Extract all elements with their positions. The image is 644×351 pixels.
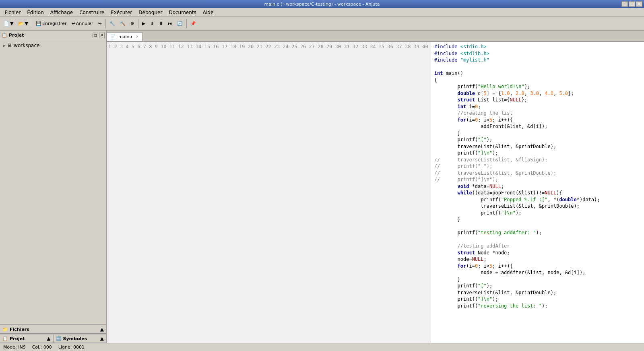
- files-panel-label: 📁 Fichiers: [2, 327, 29, 332]
- tree-item-label: workspace: [14, 43, 39, 48]
- status-line: Ligne: 0001: [58, 345, 85, 350]
- undo-button[interactable]: ↩ Annuler: [70, 19, 95, 29]
- menu-edition[interactable]: Édition: [24, 9, 47, 16]
- debug-icon3: 🔄: [177, 21, 183, 26]
- projet-panel-header[interactable]: 📋 Projet ▲: [0, 334, 54, 343]
- sidebar: 📋 Projet □ ✕ ▶ 🖥 workspace 📁 Fichiers ▲: [0, 31, 107, 343]
- sep3: [138, 19, 138, 28]
- symboles-arrow: ▲: [100, 336, 104, 341]
- sidebar-header: 📋 Projet □ ✕: [0, 31, 106, 40]
- undo-icon: ↩: [72, 21, 75, 26]
- menu-aide[interactable]: Aide: [200, 9, 217, 16]
- new-arrow: ▼: [10, 21, 13, 26]
- debug-btn3[interactable]: 🔄: [175, 19, 185, 29]
- open-button[interactable]: 📂 ▼: [16, 19, 30, 29]
- run-button[interactable]: ▶: [140, 19, 147, 29]
- build-icon2: 🔨: [120, 21, 126, 26]
- files-collapse-arrow: ▲: [100, 326, 104, 332]
- new-button[interactable]: 📄 ▼: [2, 19, 15, 29]
- build-btn3[interactable]: ⚙: [128, 19, 136, 29]
- open-icon: 📂: [18, 21, 24, 26]
- sep2: [105, 19, 106, 28]
- menu-affichage[interactable]: Affichage: [47, 9, 76, 16]
- tab-close-btn[interactable]: ✕: [136, 35, 139, 39]
- download-button[interactable]: ⬇: [148, 19, 156, 29]
- workspace-icon: 🖥: [7, 43, 12, 48]
- menu-executer[interactable]: Exécuter: [107, 9, 135, 16]
- status-bar: Mode: INS Col.: 000 Ligne: 0001: [0, 343, 644, 351]
- debug-icon1: ⏸: [159, 21, 163, 26]
- save-label: Enregistrer: [42, 21, 67, 26]
- save-icon: 💾: [36, 21, 41, 26]
- build-btn2[interactable]: 🔨: [118, 19, 128, 29]
- status-mode: Mode: INS: [3, 345, 26, 350]
- files-icon: 📁: [2, 327, 8, 332]
- minimize-button[interactable]: _: [621, 1, 628, 7]
- toolbar: 📄 ▼ 📂 ▼ 💾 Enregistrer ↩ Annuler ↪ 🔧 🔨 ⚙ …: [0, 17, 644, 31]
- redo-icon: ↪: [98, 21, 102, 26]
- main-layout: 📋 Projet □ ✕ ▶ 🖥 workspace 📁 Fichiers ▲: [0, 31, 644, 343]
- maximize-button[interactable]: □: [629, 1, 635, 7]
- code-editor[interactable]: 1 2 3 4 5 6 7 8 9 10 11 12 13 14 15 16 1…: [107, 42, 644, 343]
- build-icon1: 🔧: [109, 21, 115, 26]
- menu-construire[interactable]: Construire: [76, 9, 107, 16]
- project-tree: ▶ 🖥 workspace: [0, 40, 106, 324]
- menu-deboquer[interactable]: Déboguer: [135, 9, 165, 16]
- debug-btn2[interactable]: ⏭: [166, 19, 174, 29]
- tab-bar: 📄 main.c ✕: [107, 31, 644, 42]
- symboles-panel-header[interactable]: 🔤 Symboles ▲: [54, 334, 107, 343]
- title-bar-buttons: _ □ ✕: [621, 1, 642, 7]
- new-icon: 📄: [4, 21, 9, 26]
- project-icon: 📋: [2, 33, 7, 38]
- sep4: [186, 19, 187, 28]
- tab-filename: main.c: [118, 34, 133, 39]
- title-bar: main.c (~workspace/C-testing) - workspac…: [0, 0, 644, 8]
- save-button[interactable]: 💾 Enregistrer: [34, 19, 69, 29]
- symboles-icon: 🔤: [56, 336, 62, 341]
- pin-button[interactable]: 📌: [188, 19, 198, 29]
- tab-icon: 📄: [110, 34, 116, 39]
- pin-icon: 📌: [190, 21, 196, 26]
- projet-icon: 📋: [2, 336, 8, 341]
- menu-bar: Fichier Édition Affichage Construire Exé…: [0, 8, 644, 17]
- redo-button[interactable]: ↪: [96, 19, 104, 29]
- symboles-panel-label: 🔤 Symboles: [56, 336, 87, 341]
- line-numbers: 1 2 3 4 5 6 7 8 9 10 11 12 13 14 15 16 1…: [107, 42, 431, 343]
- build-icon3: ⚙: [130, 21, 134, 26]
- code-content[interactable]: #include <stdio.h> #include <stdlib.h> #…: [431, 42, 644, 343]
- window-title: main.c (~workspace/C-testing) - workspac…: [264, 2, 380, 7]
- tree-item-workspace[interactable]: ▶ 🖥 workspace: [2, 42, 105, 49]
- sep1: [32, 19, 32, 28]
- projet-arrow: ▲: [47, 336, 50, 341]
- status-col: Col.: 000: [32, 345, 52, 350]
- build-btn1[interactable]: 🔧: [107, 19, 117, 29]
- run-icon: ▶: [142, 21, 145, 26]
- open-arrow: ▼: [25, 21, 28, 26]
- editor-area: 📄 main.c ✕ 1 2 3 4 5 6 7 8 9 10 11 12 13…: [107, 31, 644, 343]
- sidebar-close-btn[interactable]: ✕: [99, 33, 105, 38]
- sidebar-bottom: 📁 Fichiers ▲ 📋 Projet ▲ 🔤 Symboles: [0, 324, 106, 343]
- debug-icon2: ⏭: [168, 21, 172, 26]
- tree-arrow: ▶: [3, 44, 6, 47]
- debug-btn1[interactable]: ⏸: [157, 19, 165, 29]
- menu-fichier[interactable]: Fichier: [2, 9, 24, 16]
- projet-panel-label: 📋 Projet: [2, 336, 25, 341]
- undo-label: Annuler: [76, 21, 93, 26]
- sidebar-title: 📋 Projet: [2, 33, 24, 38]
- files-panel-header[interactable]: 📁 Fichiers ▲: [0, 325, 106, 334]
- download-icon: ⬇: [150, 21, 154, 26]
- close-button[interactable]: ✕: [636, 1, 642, 7]
- tab-main-c[interactable]: 📄 main.c ✕: [107, 32, 142, 41]
- menu-documents[interactable]: Documents: [165, 9, 199, 16]
- sidebar-title-label: Projet: [9, 33, 24, 38]
- sidebar-expand-btn[interactable]: □: [93, 33, 98, 38]
